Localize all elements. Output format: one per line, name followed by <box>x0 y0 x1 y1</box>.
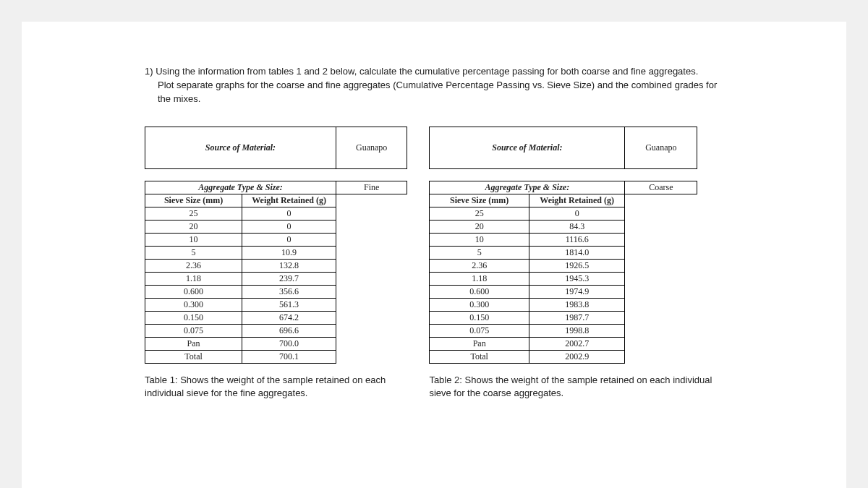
table-row: 0.1501987.7 <box>430 311 697 324</box>
table-row: Total700.1 <box>145 350 407 363</box>
t1-col-sieve: Sieve Size (mm) <box>145 194 242 207</box>
question-text: 1) Using the information from tables 1 a… <box>145 65 723 106</box>
table-row: 510.9 <box>145 246 407 259</box>
table-2-caption: Table 2: Shows the weight of the sample … <box>429 374 723 400</box>
table-row: 2084.3 <box>430 220 697 233</box>
table-row: 200 <box>145 220 407 233</box>
tables-row: Source of Material: Guanapo Aggregate Ty… <box>145 127 723 400</box>
table-2-block: Source of Material: Guanapo Aggregate Ty… <box>429 127 723 400</box>
table-row: 51814.0 <box>430 246 697 259</box>
t2-source-value: Guanapo <box>625 127 697 168</box>
table-row: 0.6001974.9 <box>430 285 697 298</box>
t1-source-value: Guanapo <box>336 127 407 168</box>
table-row: 0.300561.3 <box>145 298 407 311</box>
table-row: 100 <box>145 233 407 246</box>
t2-source-label: Source of Material: <box>430 127 625 168</box>
table-row: 250 <box>430 207 697 220</box>
question-line-2: Plot separate graphs for the coarse and … <box>145 79 723 106</box>
table-row: 1.181945.3 <box>430 272 697 285</box>
t2-aggtype-value: Coarse <box>625 181 697 194</box>
t2-col-weight: Weight Retained (g) <box>529 194 625 207</box>
t1-source-label: Source of Material: <box>145 127 336 168</box>
t1-aggtype-value: Fine <box>336 181 407 194</box>
table-row: 101116.6 <box>430 233 697 246</box>
table-1-caption: Table 1: Shows the weight of the sample … <box>145 374 407 400</box>
table-row: Pan2002.7 <box>430 337 697 350</box>
question-line-1: 1) Using the information from tables 1 a… <box>145 66 698 77</box>
table-row: Total2002.9 <box>430 350 697 363</box>
table-1: Source of Material: Guanapo Aggregate Ty… <box>145 127 407 364</box>
table-row: 0.150674.2 <box>145 311 407 324</box>
table-row: 250 <box>145 207 407 220</box>
table-row: Pan700.0 <box>145 337 407 350</box>
table-row: 2.36132.8 <box>145 259 407 272</box>
document-page: 1) Using the information from tables 1 a… <box>22 22 846 488</box>
table-1-block: Source of Material: Guanapo Aggregate Ty… <box>145 127 407 400</box>
t2-col-sieve: Sieve Size (mm) <box>430 194 529 207</box>
table-row: 0.600356.6 <box>145 285 407 298</box>
table-row: 0.075696.6 <box>145 324 407 337</box>
t2-aggtype-label: Aggregate Type & Size: <box>430 181 625 194</box>
table-row: 0.0751998.8 <box>430 324 697 337</box>
table-row: 2.361926.5 <box>430 259 697 272</box>
table-row: 0.3001983.8 <box>430 298 697 311</box>
table-2: Source of Material: Guanapo Aggregate Ty… <box>429 127 697 364</box>
table-row: 1.18239.7 <box>145 272 407 285</box>
t1-col-weight: Weight Retained (g) <box>242 194 336 207</box>
t1-aggtype-label: Aggregate Type & Size: <box>145 181 336 194</box>
